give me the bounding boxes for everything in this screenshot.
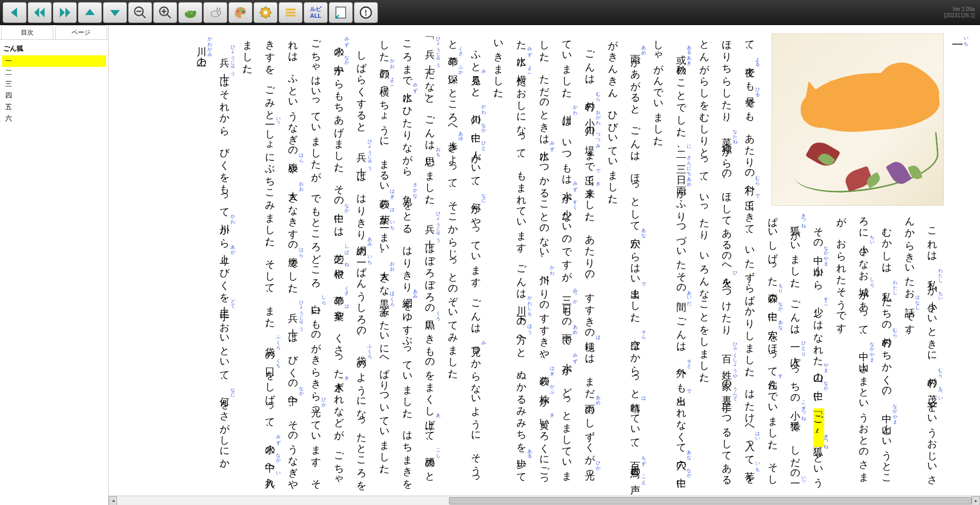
svg-point-8 — [193, 10, 197, 14]
paragraph: 或ある秋あきのことでした。二に、三日さんにち雨あめがふりつづいたその間あいだ、ご… — [647, 33, 693, 486]
reader-content[interactable]: 一いち これは、私わたしが小ちいさいときに、村むらの茂平もへいというおじいさんか… — [109, 25, 980, 495]
prev-button[interactable] — [3, 2, 27, 23]
up-button[interactable] — [78, 2, 102, 23]
zoom-in-button[interactable] — [153, 2, 177, 23]
svg-line-1 — [142, 14, 146, 18]
sidebar-tabs: 目次 ページ — [0, 25, 108, 40]
svg-point-9 — [187, 11, 189, 14]
horizontal-scrollbar[interactable]: ◂ ▸ — [109, 496, 980, 505]
lines-button[interactable] — [279, 2, 303, 23]
settings-button[interactable] — [253, 2, 278, 23]
slow-button[interactable] — [178, 2, 202, 23]
scroll-left-arrow[interactable]: ◂ — [109, 496, 117, 505]
svg-point-12 — [217, 10, 221, 14]
version-info: Ver 2.08a [20231126.1] — [944, 6, 978, 19]
paragraph: しばらくすると、兵十ひょうじゅうは、はりきり網あみの一いちばんうしろの、袋ふくろ… — [236, 33, 373, 486]
paragraph: 雨あめがあがると、ごんは、ほっとして穴あなからはい出でました。空そらはからっと晴… — [602, 33, 647, 486]
tab-toc[interactable]: 目次 — [1, 25, 53, 39]
scroll-right-arrow[interactable]: ▸ — [972, 496, 980, 505]
palette-button[interactable] — [228, 2, 252, 23]
toc-item[interactable]: 一 — [2, 55, 106, 67]
highlighted-text: 狐ぎつね — [813, 433, 824, 447]
scroll-thumb[interactable] — [449, 497, 972, 504]
toc-item[interactable]: 六 — [2, 113, 106, 124]
toc-item[interactable]: 三 — [2, 78, 106, 90]
svg-line-22 — [261, 8, 262, 9]
tab-page[interactable]: ページ — [55, 25, 108, 39]
paragraph: 「兵十ひょうじゅうだな」と、ごんは思おもいました。兵十ひょうじゅうはぼろぼろの黒… — [373, 33, 442, 486]
toc-item[interactable]: 五 — [2, 101, 106, 113]
down-button[interactable] — [103, 2, 127, 23]
chapter-number: 一いち — [944, 33, 971, 486]
layout-button[interactable] — [329, 2, 353, 23]
svg-point-17 — [264, 10, 268, 14]
paragraph: 兵十ひょうじゅうはそれから、びくをもって川かわから上あがりびくを土手どてにおいと… — [191, 33, 236, 486]
svg-line-23 — [269, 15, 270, 16]
fast-button[interactable] — [203, 2, 227, 23]
svg-text:!: ! — [364, 7, 367, 17]
highlighted-text: 「ごん — [813, 408, 824, 433]
fox-illustration — [771, 33, 944, 206]
info-button[interactable]: ! — [354, 2, 378, 23]
rewind-button[interactable] — [28, 2, 52, 23]
ruby-all-button[interactable]: ルビALL — [304, 2, 328, 23]
paragraph: ふと見みると、川かわの中なかに人ひとがいて、何なにかやっています。ごんは、見みつ… — [442, 33, 487, 486]
svg-line-24 — [261, 15, 262, 16]
toc-title[interactable]: ごん狐 — [2, 42, 106, 55]
zoom-out-button[interactable] — [128, 2, 152, 23]
forward-button[interactable] — [53, 2, 77, 23]
svg-point-10 — [190, 11, 193, 14]
svg-point-15 — [243, 10, 245, 13]
svg-line-4 — [167, 14, 171, 18]
svg-line-25 — [269, 8, 270, 9]
sidebar: 目次 ページ ごん狐 一二三四五六 — [0, 25, 109, 505]
svg-point-13 — [237, 10, 239, 12]
paragraph: ごんは、村むらの小川おがわの堤つつみまで出でて来きました。あたりの、すすきの穂ほ… — [488, 33, 602, 486]
toolbar: ルビALL ! Ver 2.08a [20231126.1] — [0, 0, 980, 25]
svg-point-14 — [240, 9, 242, 11]
toc-item[interactable]: 二 — [2, 67, 106, 78]
toc-item[interactable]: 四 — [2, 90, 106, 101]
